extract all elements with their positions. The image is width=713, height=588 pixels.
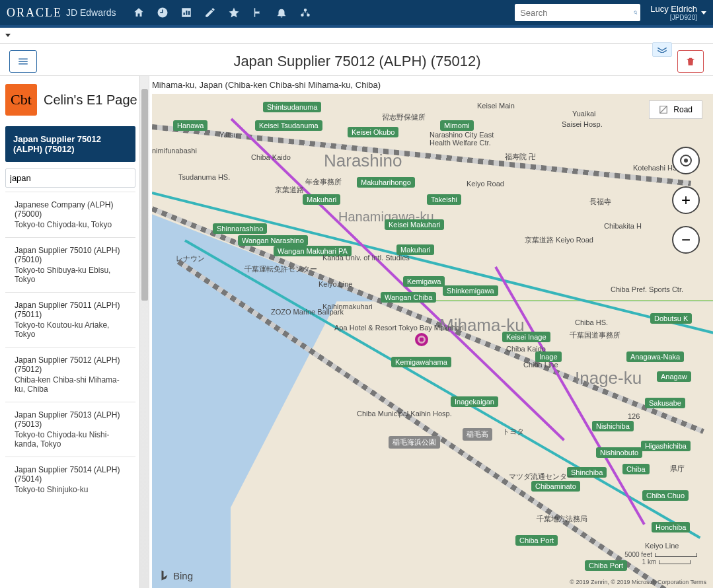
list-item-name: Japan Supplier 75014 (ALPH) (75014) bbox=[15, 465, 126, 484]
map-poi-label: 県庁 bbox=[670, 464, 685, 474]
expand-button[interactable] bbox=[652, 42, 672, 57]
map-district-label: Narashino bbox=[324, 151, 402, 171]
list-item[interactable]: Japan Supplier 75010 (ALPH) (75010)Tokyo… bbox=[5, 237, 135, 292]
oracle-logo: ORACLE bbox=[7, 6, 62, 20]
list-item[interactable]: Japan Supplier 75012 (ALPH) (75012)Chiba… bbox=[5, 347, 135, 402]
active-supplier-card[interactable]: Japan Supplier 75012 (ALPH) (75012) bbox=[5, 126, 135, 162]
map-station-shield: Keisei Makuhari bbox=[385, 219, 444, 230]
map-poi-label: Keiyo Road bbox=[467, 180, 504, 188]
list-item[interactable]: Japan Supplier 75011 (ALPH) (75011)Tokyo… bbox=[5, 292, 135, 347]
map-poi-label: Chiba HS. bbox=[575, 318, 608, 326]
map-scale: 5000 feet 1 km bbox=[624, 551, 697, 566]
map-poi-label: 京葉道路 bbox=[275, 185, 304, 195]
user-sub: [JPD920] bbox=[650, 14, 697, 21]
list-item-name: Japanese Company (ALPH) (75000) bbox=[15, 200, 126, 219]
map-poi-label: 126 bbox=[628, 412, 640, 420]
map-station-shield: 稲毛海浜公園 bbox=[389, 436, 440, 449]
map-poi-label: Tsudanuma HS. bbox=[178, 173, 230, 181]
clock-icon[interactable] bbox=[157, 7, 169, 18]
map-poi-label: Yatsu bbox=[219, 131, 237, 139]
map-station-shield: Chiba Chuo bbox=[642, 490, 689, 501]
zoom-in-button[interactable]: + bbox=[672, 186, 700, 214]
list-item[interactable]: Japan Supplier 75013 (ALPH) (75013)Tokyo… bbox=[5, 402, 135, 457]
map-marker bbox=[415, 333, 428, 346]
map-poi-label: Chiba Line bbox=[523, 361, 558, 369]
locate-button[interactable] bbox=[672, 147, 700, 174]
map-station-shield: Keisei Tsudanuma bbox=[255, 120, 322, 131]
map-station-shield: Inagekaigan bbox=[451, 396, 498, 407]
map-station-shield: Hanawa bbox=[173, 120, 207, 131]
map-poi-label: 千葉地方法務局 bbox=[537, 514, 587, 524]
map-poi-label: 千葉運転免許センター bbox=[244, 264, 317, 274]
list-item-name: Japan Supplier 75013 (ALPH) (75013) bbox=[15, 410, 126, 429]
home-icon[interactable] bbox=[133, 7, 145, 18]
title-row: Japan Supplier 75012 (ALPH) (75012) bbox=[0, 44, 713, 75]
map-poi-label: Chibakita H bbox=[604, 222, 642, 230]
page-badge-icon: Cbt bbox=[5, 84, 37, 116]
sidebar: Cbt Celin's E1 Page Japan Supplier 75012… bbox=[0, 76, 149, 588]
map-poi-label: Narashino City East bbox=[430, 131, 494, 139]
map-poi-label: Kaihinmakuhari bbox=[322, 303, 373, 311]
list-item-address: Tokyo-to Shinjuko-ku bbox=[15, 485, 126, 494]
map-station-shield: Wangan Narashino bbox=[238, 235, 308, 246]
org-icon[interactable] bbox=[299, 7, 311, 18]
location-breadcrumb: Mihama-ku, Japan (Chiba-ken Chiba-shi Mi… bbox=[149, 76, 713, 92]
map-station-shield: Keisei Okubo bbox=[348, 127, 398, 137]
page-title: Japan Supplier 75012 (ALPH) (75012) bbox=[37, 53, 677, 70]
breadcrumb-dropdown[interactable] bbox=[5, 34, 11, 37]
map-type-toggle[interactable]: Road bbox=[649, 100, 702, 119]
user-menu[interactable]: Lucy Eldrich [JPD920] bbox=[650, 4, 706, 21]
map-poi-label: 習志野保健所 bbox=[382, 112, 426, 122]
map-station-shield: Keisei Inage bbox=[502, 332, 550, 342]
list-item[interactable]: Japanese Company (ALPH) (75000)Tokyo-to … bbox=[5, 192, 135, 237]
map-poi-label: Chiba Pref. Sports Ctr. bbox=[611, 285, 683, 293]
map-poi-label: Keiyo Line bbox=[645, 542, 679, 550]
list-item-name: Japan Supplier 75011 (ALPH) (75011) bbox=[15, 301, 126, 319]
map-station-shield: Shintsudanuma bbox=[263, 102, 321, 112]
map[interactable]: NarashinoHanamigawa-kuMihama-kuInage-ku … bbox=[152, 94, 713, 588]
edit-icon[interactable] bbox=[204, 7, 216, 18]
top-bar: ORACLE JD Edwards Lucy Eldrich [JPD920] bbox=[0, 0, 713, 25]
map-station-shield: Shinkemigawa bbox=[443, 285, 498, 296]
hamburger-button[interactable] bbox=[9, 50, 37, 73]
map-station-shield: Wangan Chiba bbox=[381, 292, 436, 303]
map-station-shield: Mimomi bbox=[440, 120, 474, 131]
chart-icon[interactable] bbox=[180, 7, 192, 18]
bell-icon[interactable] bbox=[276, 7, 287, 18]
map-station-shield: Anagaw bbox=[657, 371, 691, 382]
breadcrumb-strip bbox=[0, 28, 713, 44]
list-item[interactable]: Japan Supplier 75014 (ALPH) (75014)Tokyo… bbox=[5, 457, 135, 502]
zoom-out-button[interactable]: − bbox=[672, 226, 700, 254]
flag-icon[interactable] bbox=[252, 7, 264, 18]
map-poi-label: マツダ流通センター bbox=[509, 472, 574, 482]
star-icon[interactable] bbox=[228, 7, 240, 18]
list-item-address: Chiba-ken Chiba-shi Mihama-ku, Chiba bbox=[15, 375, 126, 394]
map-poi-label: Health Welfare Ctr. bbox=[430, 139, 491, 147]
sidebar-scrollbar[interactable] bbox=[139, 76, 149, 588]
map-station-shield: Sakusabe bbox=[645, 398, 685, 408]
map-station-shield: Kemigawa bbox=[403, 276, 445, 287]
map-poi-label: Apa Hotel & Resort Tokyo Bay Makuhari bbox=[334, 324, 464, 332]
map-station-shield: Makuharihongo bbox=[357, 177, 415, 188]
map-station-shield: Chibaminato bbox=[531, 481, 580, 492]
map-station-shield: Higashichiba bbox=[641, 441, 691, 451]
filter-input[interactable] bbox=[5, 168, 135, 188]
search-input[interactable] bbox=[517, 8, 634, 18]
map-credits: © 2019 Zenrin, © 2019 Microsoft Corporat… bbox=[570, 579, 706, 585]
map-station-shield: Nishichiba bbox=[592, 421, 634, 431]
map-poi-label: nimifunabashi bbox=[152, 147, 197, 155]
map-poi-label: Yuaikai bbox=[572, 110, 595, 118]
map-poi-label: 千葉国道事務所 bbox=[570, 330, 620, 340]
map-poi-label: レナウン bbox=[176, 254, 205, 264]
map-district-label: Inage-ku bbox=[575, 368, 642, 388]
map-station-shield: Takeishi bbox=[427, 194, 461, 205]
search-box[interactable] bbox=[515, 4, 640, 21]
delete-button[interactable] bbox=[677, 50, 704, 73]
map-poi-label: 福寿院 卍 bbox=[505, 152, 536, 162]
map-poi-label: Chiba Kaido bbox=[251, 153, 291, 161]
map-station-shield: 稲毛高 bbox=[463, 428, 492, 441]
chevron-down-icon bbox=[701, 11, 706, 15]
sidebar-title: Celin's E1 Page bbox=[44, 92, 137, 108]
search-icon[interactable] bbox=[634, 7, 638, 18]
map-poi-label: Chiba Municipal Kaihin Hosp. bbox=[357, 410, 452, 418]
